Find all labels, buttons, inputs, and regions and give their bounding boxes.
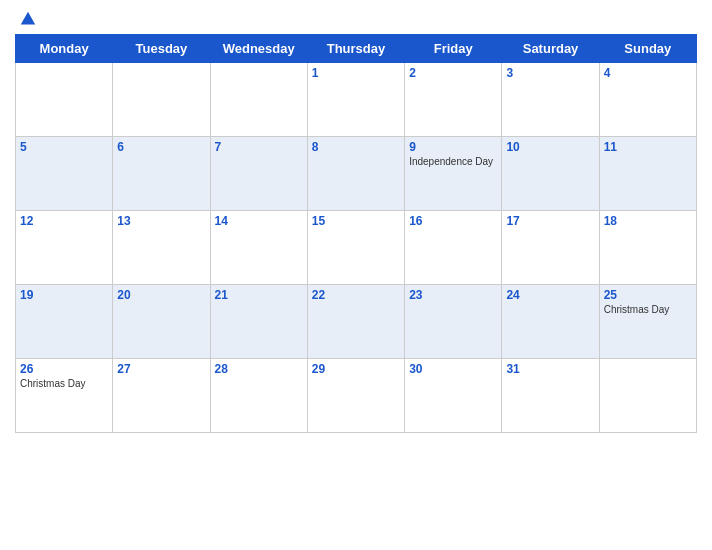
calendar-cell: 23 [405, 285, 502, 359]
calendar-row-3: 19202122232425Christmas Day [16, 285, 697, 359]
calendar-cell: 27 [113, 359, 210, 433]
calendar-row-0: 1234 [16, 63, 697, 137]
calendar-cell: 31 [502, 359, 599, 433]
calendar-cell: 15 [307, 211, 404, 285]
calendar-cell: 19 [16, 285, 113, 359]
calendar-cell: 22 [307, 285, 404, 359]
day-number: 21 [215, 288, 303, 302]
col-friday: Friday [405, 35, 502, 63]
calendar-cell [16, 63, 113, 137]
calendar-cell: 28 [210, 359, 307, 433]
calendar-cell: 4 [599, 63, 696, 137]
calendar-cell: 3 [502, 63, 599, 137]
calendar-row-2: 12131415161718 [16, 211, 697, 285]
col-monday: Monday [16, 35, 113, 63]
calendar-row-1: 56789Independence Day1011 [16, 137, 697, 211]
day-number: 19 [20, 288, 108, 302]
day-number: 8 [312, 140, 400, 154]
day-number: 23 [409, 288, 497, 302]
day-number: 9 [409, 140, 497, 154]
logo-area [15, 10, 39, 28]
svg-marker-0 [21, 12, 35, 25]
day-number: 30 [409, 362, 497, 376]
calendar-header: Monday Tuesday Wednesday Thursday Friday… [16, 35, 697, 63]
logo [15, 10, 39, 28]
day-number: 16 [409, 214, 497, 228]
day-number: 14 [215, 214, 303, 228]
calendar-cell [599, 359, 696, 433]
holiday-label: Independence Day [409, 156, 497, 168]
calendar-cell: 5 [16, 137, 113, 211]
calendar-cell: 10 [502, 137, 599, 211]
calendar-cell: 7 [210, 137, 307, 211]
holiday-label: Christmas Day [20, 378, 108, 390]
day-number: 4 [604, 66, 692, 80]
calendar-cell: 6 [113, 137, 210, 211]
calendar-table: Monday Tuesday Wednesday Thursday Friday… [15, 34, 697, 433]
calendar-cell [113, 63, 210, 137]
calendar-cell: 1 [307, 63, 404, 137]
calendar-cell: 11 [599, 137, 696, 211]
weekday-header-row: Monday Tuesday Wednesday Thursday Friday… [16, 35, 697, 63]
calendar-cell [210, 63, 307, 137]
day-number: 2 [409, 66, 497, 80]
calendar-cell: 9Independence Day [405, 137, 502, 211]
day-number: 3 [506, 66, 594, 80]
col-wednesday: Wednesday [210, 35, 307, 63]
holiday-label: Christmas Day [604, 304, 692, 316]
day-number: 20 [117, 288, 205, 302]
calendar-cell: 26Christmas Day [16, 359, 113, 433]
day-number: 7 [215, 140, 303, 154]
day-number: 28 [215, 362, 303, 376]
col-sunday: Sunday [599, 35, 696, 63]
day-number: 26 [20, 362, 108, 376]
day-number: 24 [506, 288, 594, 302]
calendar-cell: 29 [307, 359, 404, 433]
day-number: 17 [506, 214, 594, 228]
calendar-cell: 16 [405, 211, 502, 285]
col-tuesday: Tuesday [113, 35, 210, 63]
col-saturday: Saturday [502, 35, 599, 63]
day-number: 31 [506, 362, 594, 376]
calendar-page: Monday Tuesday Wednesday Thursday Friday… [0, 0, 712, 550]
calendar-cell: 20 [113, 285, 210, 359]
col-thursday: Thursday [307, 35, 404, 63]
day-number: 13 [117, 214, 205, 228]
calendar-cell: 30 [405, 359, 502, 433]
day-number: 10 [506, 140, 594, 154]
calendar-cell: 2 [405, 63, 502, 137]
calendar-cell: 24 [502, 285, 599, 359]
day-number: 25 [604, 288, 692, 302]
calendar-cell: 17 [502, 211, 599, 285]
calendar-cell: 18 [599, 211, 696, 285]
day-number: 12 [20, 214, 108, 228]
day-number: 11 [604, 140, 692, 154]
day-number: 5 [20, 140, 108, 154]
calendar-body: 123456789Independence Day101112131415161… [16, 63, 697, 433]
calendar-cell: 25Christmas Day [599, 285, 696, 359]
day-number: 15 [312, 214, 400, 228]
calendar-row-4: 26Christmas Day2728293031 [16, 359, 697, 433]
day-number: 1 [312, 66, 400, 80]
calendar-cell: 21 [210, 285, 307, 359]
page-header [15, 10, 697, 28]
day-number: 18 [604, 214, 692, 228]
day-number: 27 [117, 362, 205, 376]
day-number: 6 [117, 140, 205, 154]
logo-icon [19, 10, 37, 28]
day-number: 29 [312, 362, 400, 376]
calendar-cell: 13 [113, 211, 210, 285]
day-number: 22 [312, 288, 400, 302]
calendar-cell: 12 [16, 211, 113, 285]
calendar-cell: 14 [210, 211, 307, 285]
calendar-cell: 8 [307, 137, 404, 211]
